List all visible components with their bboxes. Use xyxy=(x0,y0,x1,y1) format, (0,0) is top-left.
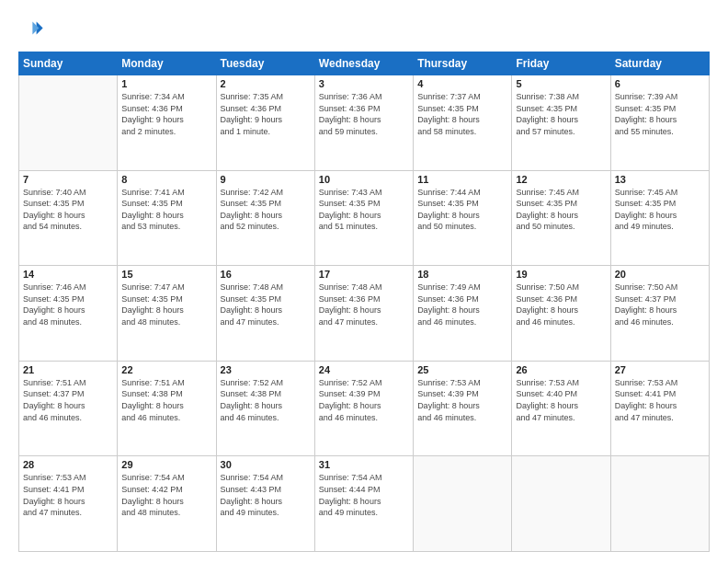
calendar-cell: 21Sunrise: 7:51 AM Sunset: 4:37 PM Dayli… xyxy=(19,361,118,456)
calendar-cell: 31Sunrise: 7:54 AM Sunset: 4:44 PM Dayli… xyxy=(314,456,413,552)
calendar-cell: 5Sunrise: 7:38 AM Sunset: 4:35 PM Daylig… xyxy=(512,75,610,171)
day-number: 18 xyxy=(417,269,507,280)
day-info: Sunrise: 7:53 AM Sunset: 4:39 PM Dayligh… xyxy=(417,377,507,423)
calendar-cell: 30Sunrise: 7:54 AM Sunset: 4:43 PM Dayli… xyxy=(216,456,314,552)
day-info: Sunrise: 7:48 AM Sunset: 4:36 PM Dayligh… xyxy=(319,282,409,327)
day-number: 6 xyxy=(615,78,705,89)
day-info: Sunrise: 7:52 AM Sunset: 4:38 PM Dayligh… xyxy=(221,377,311,423)
day-info: Sunrise: 7:44 AM Sunset: 4:35 PM Dayligh… xyxy=(417,187,507,233)
week-row-4: 28Sunrise: 7:53 AM Sunset: 4:41 PM Dayli… xyxy=(19,456,710,552)
day-info: Sunrise: 7:45 AM Sunset: 4:35 PM Dayligh… xyxy=(516,187,606,233)
calendar-cell: 15Sunrise: 7:47 AM Sunset: 4:35 PM Dayli… xyxy=(118,266,216,362)
weekday-header-row: SundayMondayTuesdayWednesdayThursdayFrid… xyxy=(19,52,710,75)
day-number: 27 xyxy=(615,364,705,375)
weekday-header-tuesday: Tuesday xyxy=(216,52,314,75)
day-number: 14 xyxy=(23,269,113,280)
weekday-header-friday: Friday xyxy=(512,52,610,75)
day-number: 4 xyxy=(417,78,507,89)
calendar-cell: 9Sunrise: 7:42 AM Sunset: 4:35 PM Daylig… xyxy=(216,170,314,266)
calendar-cell: 11Sunrise: 7:44 AM Sunset: 4:35 PM Dayli… xyxy=(414,170,512,266)
calendar-cell: 12Sunrise: 7:45 AM Sunset: 4:35 PM Dayli… xyxy=(512,170,610,266)
day-number: 24 xyxy=(319,364,409,375)
logo-icon xyxy=(18,17,44,42)
week-row-2: 14Sunrise: 7:46 AM Sunset: 4:35 PM Dayli… xyxy=(19,266,710,362)
day-number: 12 xyxy=(516,174,606,185)
day-number: 19 xyxy=(516,269,606,280)
day-number: 26 xyxy=(516,364,606,375)
day-info: Sunrise: 7:49 AM Sunset: 4:36 PM Dayligh… xyxy=(417,282,507,327)
day-info: Sunrise: 7:50 AM Sunset: 4:36 PM Dayligh… xyxy=(516,282,606,327)
day-info: Sunrise: 7:54 AM Sunset: 4:42 PM Dayligh… xyxy=(121,472,211,518)
weekday-header-saturday: Saturday xyxy=(610,52,709,75)
calendar-table: SundayMondayTuesdayWednesdayThursdayFrid… xyxy=(18,52,710,552)
day-number: 5 xyxy=(516,78,606,89)
weekday-header-monday: Monday xyxy=(118,52,216,75)
day-info: Sunrise: 7:53 AM Sunset: 4:41 PM Dayligh… xyxy=(615,377,705,423)
day-number: 20 xyxy=(615,269,705,280)
day-number: 8 xyxy=(121,174,211,185)
calendar-cell: 17Sunrise: 7:48 AM Sunset: 4:36 PM Dayli… xyxy=(314,266,413,362)
day-info: Sunrise: 7:53 AM Sunset: 4:41 PM Dayligh… xyxy=(23,472,113,518)
calendar-cell: 26Sunrise: 7:53 AM Sunset: 4:40 PM Dayli… xyxy=(512,361,610,456)
weekday-header-wednesday: Wednesday xyxy=(314,52,413,75)
calendar-cell: 29Sunrise: 7:54 AM Sunset: 4:42 PM Dayli… xyxy=(118,456,216,552)
day-number: 10 xyxy=(319,174,409,185)
day-number: 28 xyxy=(23,459,113,470)
day-info: Sunrise: 7:51 AM Sunset: 4:38 PM Dayligh… xyxy=(121,377,211,423)
day-info: Sunrise: 7:38 AM Sunset: 4:35 PM Dayligh… xyxy=(516,91,606,137)
day-info: Sunrise: 7:40 AM Sunset: 4:35 PM Dayligh… xyxy=(23,187,113,233)
day-info: Sunrise: 7:34 AM Sunset: 4:36 PM Dayligh… xyxy=(121,91,211,137)
day-info: Sunrise: 7:47 AM Sunset: 4:35 PM Dayligh… xyxy=(121,282,211,327)
day-number: 30 xyxy=(221,459,311,470)
day-info: Sunrise: 7:36 AM Sunset: 4:36 PM Dayligh… xyxy=(319,91,409,137)
day-info: Sunrise: 7:51 AM Sunset: 4:37 PM Dayligh… xyxy=(23,377,113,423)
calendar-cell xyxy=(414,456,512,552)
calendar-cell xyxy=(19,75,118,171)
calendar-cell: 22Sunrise: 7:51 AM Sunset: 4:38 PM Dayli… xyxy=(118,361,216,456)
calendar-cell: 16Sunrise: 7:48 AM Sunset: 4:35 PM Dayli… xyxy=(216,266,314,362)
calendar-cell: 25Sunrise: 7:53 AM Sunset: 4:39 PM Dayli… xyxy=(414,361,512,456)
calendar-cell: 24Sunrise: 7:52 AM Sunset: 4:39 PM Dayli… xyxy=(314,361,413,456)
day-info: Sunrise: 7:35 AM Sunset: 4:36 PM Dayligh… xyxy=(221,91,311,137)
day-info: Sunrise: 7:45 AM Sunset: 4:35 PM Dayligh… xyxy=(615,187,705,233)
calendar-cell: 4Sunrise: 7:37 AM Sunset: 4:35 PM Daylig… xyxy=(414,75,512,171)
calendar-cell: 10Sunrise: 7:43 AM Sunset: 4:35 PM Dayli… xyxy=(314,170,413,266)
day-number: 29 xyxy=(121,459,211,470)
calendar-cell: 2Sunrise: 7:35 AM Sunset: 4:36 PM Daylig… xyxy=(216,75,314,171)
day-number: 21 xyxy=(23,364,113,375)
calendar-cell: 18Sunrise: 7:49 AM Sunset: 4:36 PM Dayli… xyxy=(414,266,512,362)
day-info: Sunrise: 7:37 AM Sunset: 4:35 PM Dayligh… xyxy=(417,91,507,137)
day-number: 13 xyxy=(615,174,705,185)
week-row-1: 7Sunrise: 7:40 AM Sunset: 4:35 PM Daylig… xyxy=(19,170,710,266)
page: SundayMondayTuesdayWednesdayThursdayFrid… xyxy=(0,0,728,563)
day-info: Sunrise: 7:52 AM Sunset: 4:39 PM Dayligh… xyxy=(319,377,409,423)
day-info: Sunrise: 7:48 AM Sunset: 4:35 PM Dayligh… xyxy=(221,282,311,327)
day-number: 11 xyxy=(417,174,507,185)
calendar-cell: 23Sunrise: 7:52 AM Sunset: 4:38 PM Dayli… xyxy=(216,361,314,456)
header xyxy=(18,17,710,42)
week-row-0: 1Sunrise: 7:34 AM Sunset: 4:36 PM Daylig… xyxy=(19,75,710,171)
day-info: Sunrise: 7:54 AM Sunset: 4:44 PM Dayligh… xyxy=(319,472,409,518)
day-info: Sunrise: 7:46 AM Sunset: 4:35 PM Dayligh… xyxy=(23,282,113,327)
calendar-cell: 6Sunrise: 7:39 AM Sunset: 4:35 PM Daylig… xyxy=(610,75,709,171)
day-number: 1 xyxy=(121,78,211,89)
calendar-cell: 13Sunrise: 7:45 AM Sunset: 4:35 PM Dayli… xyxy=(610,170,709,266)
calendar-cell xyxy=(512,456,610,552)
calendar-cell: 27Sunrise: 7:53 AM Sunset: 4:41 PM Dayli… xyxy=(610,361,709,456)
calendar-cell: 3Sunrise: 7:36 AM Sunset: 4:36 PM Daylig… xyxy=(314,75,413,171)
day-info: Sunrise: 7:41 AM Sunset: 4:35 PM Dayligh… xyxy=(121,187,211,233)
week-row-3: 21Sunrise: 7:51 AM Sunset: 4:37 PM Dayli… xyxy=(19,361,710,456)
day-number: 16 xyxy=(221,269,311,280)
logo xyxy=(18,17,48,42)
day-number: 22 xyxy=(121,364,211,375)
day-number: 9 xyxy=(221,174,311,185)
calendar-cell: 7Sunrise: 7:40 AM Sunset: 4:35 PM Daylig… xyxy=(19,170,118,266)
calendar-cell: 28Sunrise: 7:53 AM Sunset: 4:41 PM Dayli… xyxy=(19,456,118,552)
day-info: Sunrise: 7:43 AM Sunset: 4:35 PM Dayligh… xyxy=(319,187,409,233)
day-number: 3 xyxy=(319,78,409,89)
day-number: 17 xyxy=(319,269,409,280)
day-number: 2 xyxy=(221,78,311,89)
calendar-cell xyxy=(610,456,709,552)
weekday-header-sunday: Sunday xyxy=(19,52,118,75)
day-number: 15 xyxy=(121,269,211,280)
